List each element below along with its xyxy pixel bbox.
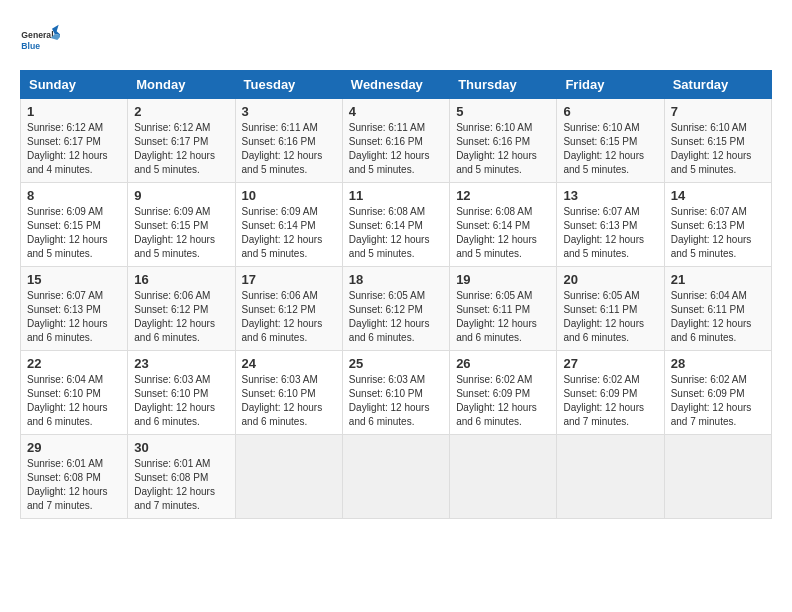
logo: General Blue (20, 20, 64, 60)
calendar-cell: 1 Sunrise: 6:12 AM Sunset: 6:17 PM Dayli… (21, 99, 128, 183)
sunset-text: Sunset: 6:10 PM (349, 388, 423, 399)
day-info: Sunrise: 6:05 AM Sunset: 6:11 PM Dayligh… (563, 289, 657, 345)
daylight-text: Daylight: 12 hours and 7 minutes. (27, 486, 108, 511)
calendar-cell: 24 Sunrise: 6:03 AM Sunset: 6:10 PM Dayl… (235, 351, 342, 435)
sunrise-text: Sunrise: 6:11 AM (242, 122, 318, 133)
sunrise-text: Sunrise: 6:03 AM (134, 374, 210, 385)
calendar-cell: 12 Sunrise: 6:08 AM Sunset: 6:14 PM Dayl… (450, 183, 557, 267)
sunset-text: Sunset: 6:09 PM (671, 388, 745, 399)
day-number: 25 (349, 356, 443, 371)
calendar-cell: 18 Sunrise: 6:05 AM Sunset: 6:12 PM Dayl… (342, 267, 449, 351)
daylight-text: Daylight: 12 hours and 6 minutes. (349, 318, 430, 343)
day-info: Sunrise: 6:01 AM Sunset: 6:08 PM Dayligh… (134, 457, 228, 513)
calendar-cell: 30 Sunrise: 6:01 AM Sunset: 6:08 PM Dayl… (128, 435, 235, 519)
sunrise-text: Sunrise: 6:10 AM (563, 122, 639, 133)
sunset-text: Sunset: 6:11 PM (671, 304, 745, 315)
day-info: Sunrise: 6:07 AM Sunset: 6:13 PM Dayligh… (27, 289, 121, 345)
day-info: Sunrise: 6:02 AM Sunset: 6:09 PM Dayligh… (456, 373, 550, 429)
day-number: 18 (349, 272, 443, 287)
daylight-text: Daylight: 12 hours and 6 minutes. (242, 318, 323, 343)
daylight-text: Daylight: 12 hours and 6 minutes. (27, 318, 108, 343)
calendar-cell: 28 Sunrise: 6:02 AM Sunset: 6:09 PM Dayl… (664, 351, 771, 435)
calendar-table: SundayMondayTuesdayWednesdayThursdayFrid… (20, 70, 772, 519)
day-number: 11 (349, 188, 443, 203)
calendar-cell: 2 Sunrise: 6:12 AM Sunset: 6:17 PM Dayli… (128, 99, 235, 183)
sunrise-text: Sunrise: 6:09 AM (242, 206, 318, 217)
daylight-text: Daylight: 12 hours and 5 minutes. (242, 234, 323, 259)
sunrise-text: Sunrise: 6:05 AM (349, 290, 425, 301)
calendar-cell: 13 Sunrise: 6:07 AM Sunset: 6:13 PM Dayl… (557, 183, 664, 267)
day-info: Sunrise: 6:11 AM Sunset: 6:16 PM Dayligh… (349, 121, 443, 177)
calendar-cell: 7 Sunrise: 6:10 AM Sunset: 6:15 PM Dayli… (664, 99, 771, 183)
day-number: 21 (671, 272, 765, 287)
sunrise-text: Sunrise: 6:06 AM (134, 290, 210, 301)
daylight-text: Daylight: 12 hours and 6 minutes. (349, 402, 430, 427)
sunrise-text: Sunrise: 6:09 AM (27, 206, 103, 217)
calendar-cell (342, 435, 449, 519)
calendar-header-row: SundayMondayTuesdayWednesdayThursdayFrid… (21, 71, 772, 99)
calendar-week-row: 22 Sunrise: 6:04 AM Sunset: 6:10 PM Dayl… (21, 351, 772, 435)
calendar-week-row: 29 Sunrise: 6:01 AM Sunset: 6:08 PM Dayl… (21, 435, 772, 519)
calendar-cell: 22 Sunrise: 6:04 AM Sunset: 6:10 PM Dayl… (21, 351, 128, 435)
calendar-cell: 10 Sunrise: 6:09 AM Sunset: 6:14 PM Dayl… (235, 183, 342, 267)
calendar-cell: 3 Sunrise: 6:11 AM Sunset: 6:16 PM Dayli… (235, 99, 342, 183)
calendar-week-row: 15 Sunrise: 6:07 AM Sunset: 6:13 PM Dayl… (21, 267, 772, 351)
sunrise-text: Sunrise: 6:06 AM (242, 290, 318, 301)
day-info: Sunrise: 6:03 AM Sunset: 6:10 PM Dayligh… (242, 373, 336, 429)
sunset-text: Sunset: 6:13 PM (671, 220, 745, 231)
day-info: Sunrise: 6:08 AM Sunset: 6:14 PM Dayligh… (349, 205, 443, 261)
sunset-text: Sunset: 6:08 PM (27, 472, 101, 483)
col-header-sunday: Sunday (21, 71, 128, 99)
day-number: 20 (563, 272, 657, 287)
sunrise-text: Sunrise: 6:02 AM (563, 374, 639, 385)
day-info: Sunrise: 6:09 AM Sunset: 6:15 PM Dayligh… (27, 205, 121, 261)
day-number: 26 (456, 356, 550, 371)
day-number: 12 (456, 188, 550, 203)
calendar-cell: 4 Sunrise: 6:11 AM Sunset: 6:16 PM Dayli… (342, 99, 449, 183)
sunrise-text: Sunrise: 6:12 AM (27, 122, 103, 133)
day-info: Sunrise: 6:10 AM Sunset: 6:15 PM Dayligh… (563, 121, 657, 177)
day-number: 16 (134, 272, 228, 287)
sunrise-text: Sunrise: 6:05 AM (563, 290, 639, 301)
sunrise-text: Sunrise: 6:10 AM (456, 122, 532, 133)
calendar-cell: 21 Sunrise: 6:04 AM Sunset: 6:11 PM Dayl… (664, 267, 771, 351)
sunrise-text: Sunrise: 6:07 AM (563, 206, 639, 217)
day-info: Sunrise: 6:10 AM Sunset: 6:16 PM Dayligh… (456, 121, 550, 177)
day-number: 15 (27, 272, 121, 287)
day-number: 29 (27, 440, 121, 455)
calendar-cell: 8 Sunrise: 6:09 AM Sunset: 6:15 PM Dayli… (21, 183, 128, 267)
svg-text:Blue: Blue (21, 41, 40, 51)
sunset-text: Sunset: 6:13 PM (27, 304, 101, 315)
day-info: Sunrise: 6:02 AM Sunset: 6:09 PM Dayligh… (563, 373, 657, 429)
generalblue-logo-icon: General Blue (20, 20, 60, 60)
day-info: Sunrise: 6:09 AM Sunset: 6:15 PM Dayligh… (134, 205, 228, 261)
day-info: Sunrise: 6:02 AM Sunset: 6:09 PM Dayligh… (671, 373, 765, 429)
daylight-text: Daylight: 12 hours and 6 minutes. (242, 402, 323, 427)
day-number: 17 (242, 272, 336, 287)
calendar-cell: 6 Sunrise: 6:10 AM Sunset: 6:15 PM Dayli… (557, 99, 664, 183)
day-number: 22 (27, 356, 121, 371)
sunset-text: Sunset: 6:17 PM (27, 136, 101, 147)
day-number: 27 (563, 356, 657, 371)
day-number: 9 (134, 188, 228, 203)
sunrise-text: Sunrise: 6:04 AM (27, 374, 103, 385)
daylight-text: Daylight: 12 hours and 5 minutes. (456, 234, 537, 259)
daylight-text: Daylight: 12 hours and 5 minutes. (27, 234, 108, 259)
sunrise-text: Sunrise: 6:11 AM (349, 122, 425, 133)
calendar-cell: 5 Sunrise: 6:10 AM Sunset: 6:16 PM Dayli… (450, 99, 557, 183)
day-info: Sunrise: 6:01 AM Sunset: 6:08 PM Dayligh… (27, 457, 121, 513)
calendar-cell: 9 Sunrise: 6:09 AM Sunset: 6:15 PM Dayli… (128, 183, 235, 267)
day-info: Sunrise: 6:05 AM Sunset: 6:11 PM Dayligh… (456, 289, 550, 345)
day-info: Sunrise: 6:09 AM Sunset: 6:14 PM Dayligh… (242, 205, 336, 261)
sunrise-text: Sunrise: 6:12 AM (134, 122, 210, 133)
sunrise-text: Sunrise: 6:03 AM (242, 374, 318, 385)
sunrise-text: Sunrise: 6:01 AM (134, 458, 210, 469)
sunset-text: Sunset: 6:10 PM (134, 388, 208, 399)
daylight-text: Daylight: 12 hours and 5 minutes. (349, 150, 430, 175)
calendar-cell: 14 Sunrise: 6:07 AM Sunset: 6:13 PM Dayl… (664, 183, 771, 267)
sunset-text: Sunset: 6:14 PM (456, 220, 530, 231)
sunrise-text: Sunrise: 6:02 AM (456, 374, 532, 385)
day-number: 10 (242, 188, 336, 203)
daylight-text: Daylight: 12 hours and 5 minutes. (671, 150, 752, 175)
day-info: Sunrise: 6:04 AM Sunset: 6:10 PM Dayligh… (27, 373, 121, 429)
